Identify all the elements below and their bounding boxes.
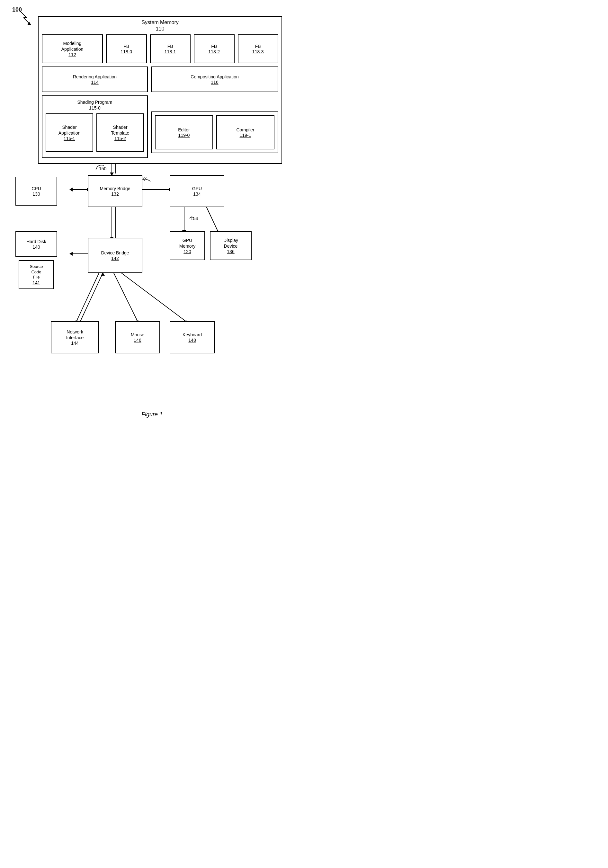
shader-app-num: 115-1 bbox=[64, 136, 75, 141]
gpu-num: 134 bbox=[193, 191, 200, 197]
device-bridge-title: Device Bridge bbox=[101, 250, 129, 256]
cpu-num: 130 bbox=[33, 191, 40, 197]
fb3-title: FB bbox=[255, 43, 261, 49]
network-interface-box: Network Interface 144 bbox=[51, 321, 99, 353]
shader-template-num: 115-2 bbox=[115, 136, 126, 141]
system-memory-box: System Memory 110 Modeling Application 1… bbox=[38, 16, 282, 164]
mouse-title: Mouse bbox=[131, 332, 144, 338]
keyboard-title: Keyboard bbox=[183, 332, 202, 338]
source-code-file-box: Source Code File 141 bbox=[19, 260, 54, 289]
memory-bridge-num: 132 bbox=[111, 191, 119, 197]
memory-bridge-box: Memory Bridge 132 bbox=[88, 175, 143, 207]
network-interface-num: 144 bbox=[71, 341, 78, 346]
svg-line-29 bbox=[76, 273, 99, 321]
rendering-app-title: Rendering Application bbox=[73, 74, 117, 80]
gpu-memory-num: 120 bbox=[183, 249, 191, 254]
fb1-box: FB 118-1 bbox=[150, 34, 191, 63]
svg-text:150: 150 bbox=[99, 166, 107, 171]
figure-caption: Figure 1 bbox=[141, 411, 163, 418]
source-code-num: 141 bbox=[33, 280, 40, 285]
svg-line-31 bbox=[80, 273, 103, 321]
gpu-memory-title: GPU Memory bbox=[179, 237, 196, 249]
cpu-title: CPU bbox=[31, 186, 41, 191]
svg-line-35 bbox=[121, 273, 186, 321]
gpu-memory-box: GPU Memory 120 bbox=[170, 231, 205, 260]
gpu-box: GPU 134 bbox=[170, 175, 224, 207]
fb1-num: 118-1 bbox=[164, 49, 176, 54]
editor-compiler-group: Editor 119-0 Compiler 119-1 bbox=[151, 112, 278, 153]
device-bridge-box: Device Bridge 142 bbox=[88, 238, 143, 273]
editor-box: Editor 119-0 bbox=[155, 115, 213, 149]
keyboard-num: 148 bbox=[188, 338, 196, 343]
fb0-title: FB bbox=[123, 43, 129, 49]
rendering-app-num: 114 bbox=[91, 80, 98, 85]
editor-title: Editor bbox=[178, 127, 190, 133]
modeling-app-title: Modeling Application bbox=[61, 40, 84, 52]
svg-line-33 bbox=[114, 273, 138, 321]
mouse-num: 146 bbox=[134, 338, 141, 343]
compiler-num: 119-1 bbox=[240, 133, 251, 138]
hard-disk-title: Hard Disk bbox=[26, 239, 46, 245]
shader-template-title: Shader Template bbox=[111, 124, 130, 136]
source-code-title: Source Code File bbox=[29, 264, 43, 281]
hard-disk-box: Hard Disk 140 bbox=[16, 231, 57, 257]
full-diagram: 150 152 bbox=[12, 6, 292, 401]
keyboard-box: Keyboard 148 bbox=[170, 321, 215, 353]
svg-marker-10 bbox=[70, 188, 73, 191]
display-device-num: 136 bbox=[227, 249, 234, 254]
shading-program-title: Shading Program bbox=[78, 99, 112, 105]
fb2-title: FB bbox=[211, 43, 217, 49]
fb3-num: 118-3 bbox=[252, 49, 264, 54]
fb0-box: FB 118-0 bbox=[106, 34, 147, 63]
system-memory-title: System Memory bbox=[141, 20, 179, 25]
fb0-num: 118-0 bbox=[121, 49, 132, 54]
network-interface-title: Network Interface bbox=[66, 329, 84, 341]
gpu-title: GPU bbox=[192, 186, 202, 191]
system-memory-num: 110 bbox=[156, 26, 164, 31]
device-bridge-num: 142 bbox=[111, 256, 119, 261]
shader-template-box: Shader Template 115-2 bbox=[96, 113, 144, 152]
diagram-container: 100 150 bbox=[8, 6, 296, 418]
shading-program-box: Shading Program 115-0 Shader Application… bbox=[42, 95, 148, 158]
compiler-title: Compiler bbox=[236, 127, 254, 133]
display-device-title: Display Device bbox=[223, 237, 238, 249]
shader-app-box: Shader Application 115-1 bbox=[46, 113, 93, 152]
shader-app-title: Shader Application bbox=[59, 124, 81, 136]
compositing-app-num: 116 bbox=[211, 80, 218, 85]
hard-disk-num: 140 bbox=[33, 245, 40, 250]
modeling-app-num: 112 bbox=[68, 52, 76, 57]
mouse-box: Mouse 146 bbox=[115, 321, 160, 353]
compiler-box: Compiler 119-1 bbox=[216, 115, 275, 149]
fb1-title: FB bbox=[168, 43, 173, 49]
memory-bridge-title: Memory Bridge bbox=[100, 186, 130, 191]
modeling-app-box: Modeling Application 112 bbox=[42, 34, 103, 63]
editor-num: 119-0 bbox=[178, 133, 190, 138]
fb2-box: FB 118-2 bbox=[194, 34, 234, 63]
cpu-box: CPU 130 bbox=[16, 177, 57, 206]
svg-line-27 bbox=[205, 204, 218, 231]
rendering-app-box: Rendering Application 114 bbox=[42, 67, 148, 92]
compositing-app-title: Compositing Application bbox=[191, 74, 239, 80]
fb2-num: 118-2 bbox=[208, 49, 220, 54]
svg-text:154: 154 bbox=[191, 216, 198, 221]
compositing-app-box: Compositing Application 116 bbox=[151, 67, 278, 92]
fb3-box: FB 118-3 bbox=[238, 34, 279, 63]
svg-marker-21 bbox=[70, 252, 73, 256]
display-device-box: Display Device 136 bbox=[210, 231, 251, 260]
shading-program-num: 115-0 bbox=[89, 105, 101, 110]
